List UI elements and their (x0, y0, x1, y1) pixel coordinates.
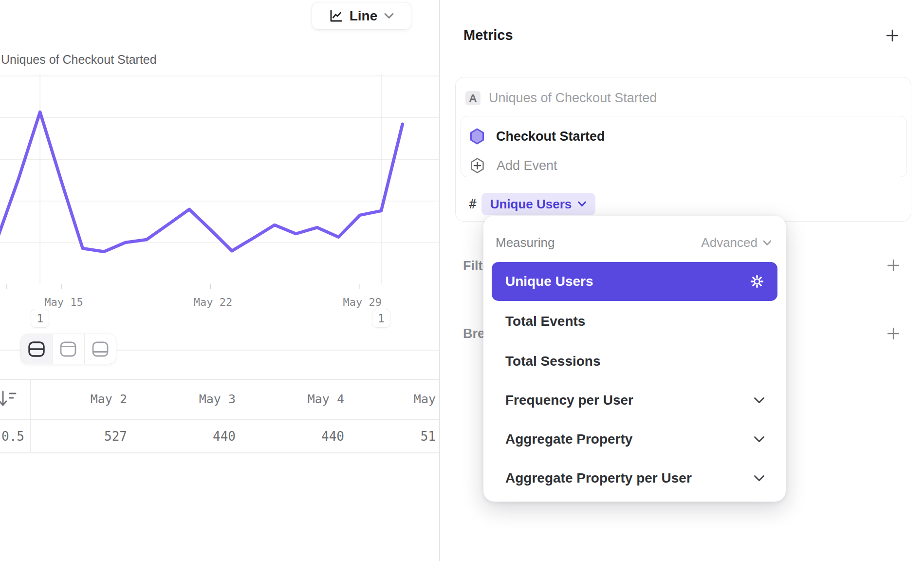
chevron-down-icon (753, 397, 765, 404)
table-cell: 440 (138, 420, 247, 452)
x-axis-label: May 15 (44, 296, 83, 308)
table-row-border (0, 452, 439, 453)
chevron-down-icon (762, 240, 772, 246)
add-filter-button[interactable] (885, 257, 902, 274)
table-header-cell[interactable]: May (355, 379, 439, 419)
chevron-down-icon (753, 475, 765, 482)
chevron-down-icon (384, 13, 394, 19)
gear-icon[interactable] (749, 273, 765, 290)
count-prefix: # (469, 197, 477, 211)
measuring-option-label: Aggregate Property (505, 431, 632, 447)
metric-header[interactable]: A Uniques of Checkout Started (465, 91, 657, 106)
add-breakdown-button[interactable] (885, 325, 902, 342)
measuring-option-aggregate-property[interactable]: Aggregate Property (492, 420, 777, 459)
annotation-badge[interactable]: 1 (372, 309, 390, 328)
add-event-button[interactable]: Add Event (470, 152, 557, 179)
table-header-cell[interactable]: May 4 (247, 379, 355, 419)
metrics-section-title: Metrics (463, 27, 513, 43)
measuring-option-frequency-per-user[interactable]: Frequency per User (492, 381, 777, 420)
table-header-cell[interactable]: May 2 (30, 379, 138, 419)
plus-icon (886, 258, 901, 273)
chart-view-icon (59, 340, 77, 358)
hexagon-plus-icon (470, 157, 485, 174)
view-toggle-split-view[interactable] (21, 334, 53, 364)
measuring-option-total-sessions[interactable]: Total Sessions (492, 342, 777, 381)
annotation-badge[interactable]: 1 (31, 309, 49, 328)
insights-report-screen: Line Uniques of Checkout Started May 15M… (0, 0, 924, 561)
measuring-option-unique-users[interactable]: Unique Users (492, 262, 777, 301)
panel-divider[interactable] (439, 0, 440, 561)
measuring-option-aggregate-property-per-user[interactable]: Aggregate Property per User (492, 459, 777, 498)
measurement-label: Unique Users (490, 197, 572, 212)
measuring-option-label: Total Sessions (505, 354, 601, 369)
event-card: Checkout Started Add Event (461, 116, 907, 177)
metric-name: Uniques of Checkout Started (489, 91, 657, 106)
sort-descending-icon (0, 390, 18, 409)
view-toggle-group (20, 334, 116, 364)
measuring-option-label: Aggregate Property per User (505, 470, 692, 486)
chevron-down-icon (577, 201, 587, 207)
sort-button[interactable] (0, 379, 25, 419)
chart-type-button[interactable]: Line (312, 2, 411, 30)
chart-type-label: Line (350, 8, 378, 24)
chart-title: Uniques of Checkout Started (1, 53, 157, 67)
x-axis-label: May 22 (194, 296, 232, 308)
series-line[interactable] (0, 112, 403, 252)
table-cell: 51 (355, 420, 439, 452)
measuring-option-label: Unique Users (505, 274, 593, 289)
advanced-label: Advanced (701, 235, 758, 250)
table-cell: 440 (247, 420, 355, 452)
line-chart-icon (329, 9, 343, 23)
x-axis-label: May 29 (343, 296, 381, 308)
hexagon-icon (470, 128, 484, 145)
split-view-icon (27, 340, 46, 358)
measuring-option-total-events[interactable]: Total Events (492, 302, 777, 341)
event-row[interactable]: Checkout Started (470, 123, 605, 150)
chart-panel: Line Uniques of Checkout Started May 15M… (0, 0, 439, 561)
row-header-value: 0.5 (0, 420, 24, 452)
advanced-mode-toggle[interactable]: Advanced (701, 235, 772, 250)
measuring-popover: Measuring Advanced Unique UsersTotal Eve… (483, 216, 786, 502)
view-toggle-chart-only[interactable] (53, 334, 84, 364)
view-toggle-table-only[interactable] (85, 334, 116, 364)
plus-icon (886, 326, 901, 341)
measuring-option-label: Total Events (505, 314, 585, 329)
table-view-icon (91, 340, 110, 358)
add-event-label: Add Event (497, 158, 557, 173)
measuring-option-label: Frequency per User (505, 393, 633, 408)
table-cell: 527 (30, 420, 138, 452)
plus-icon (885, 28, 900, 43)
measurement-dropdown-button[interactable]: Unique Users (481, 193, 596, 215)
line-chart-plot[interactable] (0, 73, 439, 302)
table-header-cell[interactable]: May 3 (138, 379, 247, 419)
event-name: Checkout Started (496, 129, 605, 144)
chevron-down-icon (753, 436, 765, 443)
add-metric-button[interactable] (884, 27, 901, 44)
measuring-label: Measuring (496, 235, 554, 250)
metric-letter-badge: A (465, 91, 480, 105)
